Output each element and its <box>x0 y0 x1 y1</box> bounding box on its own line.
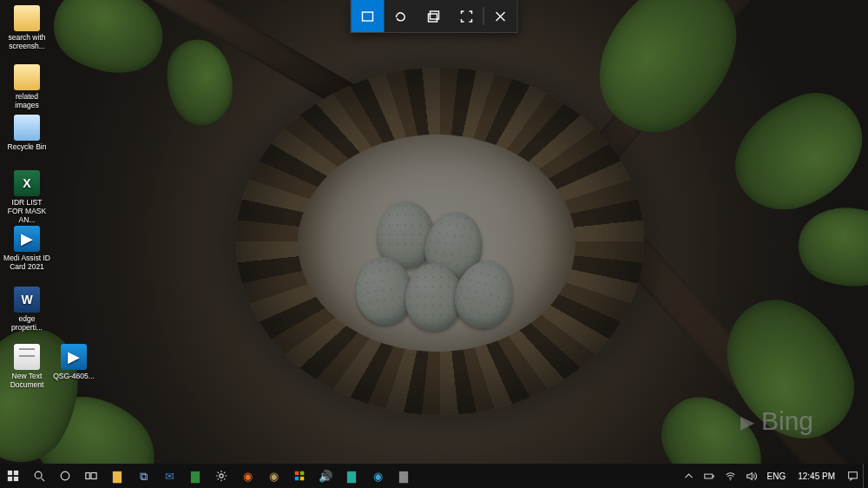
wifi-icon <box>725 471 736 482</box>
chevron-up-icon <box>683 471 694 482</box>
svg-rect-17 <box>713 475 714 477</box>
desktop[interactable]: search with screensh... related images R… <box>0 0 868 464</box>
language-indicator[interactable]: ENG <box>762 472 792 481</box>
desktop-icon-qsg-4605[interactable]: ▶ QSG-4605... <box>50 344 97 381</box>
task-view-icon <box>85 470 97 482</box>
window-snip-button[interactable] <box>418 0 450 32</box>
recycle-bin-icon <box>14 115 40 141</box>
volume-mixer-button[interactable]: 🔊 <box>312 464 339 488</box>
folder-icon <box>14 64 40 90</box>
desktop-icon-label: edge properti... <box>3 315 50 333</box>
svg-point-7 <box>35 472 42 478</box>
store-icon: ⧉ <box>140 471 148 482</box>
svg-rect-14 <box>295 477 299 480</box>
svg-point-8 <box>61 472 69 480</box>
task-view-button[interactable] <box>78 464 104 488</box>
chrome-icon: ◉ <box>269 471 279 482</box>
rectangular-snip-button[interactable] <box>352 0 385 32</box>
svg-rect-9 <box>86 473 89 479</box>
edge-button[interactable]: ◉ <box>365 464 391 488</box>
wifi-button[interactable] <box>720 464 741 488</box>
desktop-icon-recycle-bin[interactable]: Recycle Bin <box>3 115 50 152</box>
tray-chevron-up-button[interactable] <box>679 464 700 488</box>
microsoft-store-button[interactable]: ⧉ <box>130 464 156 488</box>
svg-rect-0 <box>363 12 373 21</box>
app-green-button[interactable]: ▇ <box>182 464 208 488</box>
mail-icon: ✉ <box>165 471 174 482</box>
freeform-snip-icon <box>394 10 408 23</box>
word-icon: W <box>14 287 40 313</box>
svg-rect-10 <box>91 473 96 479</box>
file-explorer-button[interactable]: ▇ <box>104 464 130 488</box>
fullscreen-snip-icon <box>460 10 474 23</box>
mail-app-button[interactable]: ✉ <box>156 464 182 488</box>
cortana-button[interactable] <box>52 464 78 488</box>
app-icon: ▇ <box>191 471 200 482</box>
desktop-icon-label: New Text Document <box>3 373 50 390</box>
windows-logo-icon <box>7 470 19 482</box>
app-icon: ▇ <box>399 471 408 482</box>
svg-rect-15 <box>300 477 304 480</box>
search-icon <box>33 470 45 482</box>
action-center-icon <box>847 471 858 482</box>
app-teal-button[interactable]: ▇ <box>339 464 365 488</box>
battery-icon <box>704 471 715 482</box>
desktop-icon-label: QSG-4605... <box>53 373 95 381</box>
chrome-button[interactable]: ◉ <box>260 464 286 488</box>
media-icon: ▶ <box>14 226 40 252</box>
cortana-icon <box>59 470 71 482</box>
folder-icon: ▇ <box>113 471 122 482</box>
volume-button[interactable] <box>741 464 762 488</box>
taskbar: ▇ ⧉ ✉ ▇ ◉ ◉ 🔊 ▇ ◉ ▇ ENG 12:45 PM <box>0 464 868 488</box>
gear-icon <box>215 470 227 482</box>
desktop-icon-new-text-document[interactable]: New Text Document <box>3 344 50 390</box>
clock[interactable]: 12:45 PM <box>791 472 842 481</box>
window-snip-icon <box>427 10 441 23</box>
desktop-icon-label: related images <box>3 93 50 110</box>
app-icon: ▇ <box>347 471 356 482</box>
svg-rect-13 <box>300 472 304 475</box>
desktop-icon-search-with-screenshot[interactable]: search with screensh... <box>3 5 50 51</box>
svg-rect-6 <box>14 477 18 481</box>
battery-button[interactable] <box>700 464 720 488</box>
text-document-icon <box>14 344 40 370</box>
edge-icon: ◉ <box>373 471 383 482</box>
svg-rect-19 <box>848 472 857 478</box>
folder-icon <box>14 5 40 31</box>
desktop-icon-label: Medi Assist ID Card 2021 <box>3 254 50 272</box>
microsoft-icon <box>293 470 306 482</box>
firefox-icon: ◉ <box>243 471 253 482</box>
search-button[interactable] <box>26 464 52 488</box>
microsoft-app-button[interactable] <box>286 464 312 488</box>
svg-point-18 <box>730 478 731 479</box>
svg-rect-12 <box>295 472 299 475</box>
volume-icon <box>746 471 757 482</box>
taskbar-right: ENG 12:45 PM <box>679 464 868 488</box>
desktop-icon-label: IDR LIST FOR MASK AN... <box>3 199 50 224</box>
svg-rect-5 <box>8 477 12 481</box>
action-center-button[interactable] <box>842 464 863 488</box>
firefox-button[interactable]: ◉ <box>234 464 260 488</box>
svg-rect-16 <box>705 474 713 478</box>
svg-rect-3 <box>8 471 12 475</box>
svg-point-11 <box>220 474 223 478</box>
close-icon <box>494 10 508 23</box>
close-snip-button[interactable] <box>484 0 517 32</box>
freeform-snip-button[interactable] <box>385 0 418 32</box>
desktop-icon-idr-list-excel[interactable]: X IDR LIST FOR MASK AN... <box>3 170 50 224</box>
taskbar-left: ▇ ⧉ ✉ ▇ ◉ ◉ 🔊 ▇ ◉ ▇ <box>0 464 417 488</box>
media-icon: ▶ <box>61 344 87 370</box>
rectangular-snip-icon <box>361 10 375 23</box>
fullscreen-snip-button[interactable] <box>450 0 483 32</box>
snip-toolbar <box>351 0 518 33</box>
desktop-icon-edge-properties[interactable]: W edge properti... <box>3 287 50 333</box>
svg-rect-4 <box>14 471 18 475</box>
desktop-icon-label: Recycle Bin <box>8 143 47 152</box>
start-button[interactable] <box>0 464 26 488</box>
settings-button[interactable] <box>208 464 234 488</box>
show-desktop-button[interactable] <box>863 464 868 488</box>
desktop-icon-medi-assist[interactable]: ▶ Medi Assist ID Card 2021 <box>3 226 50 272</box>
speaker-icon: 🔊 <box>319 471 332 482</box>
app-generic-button[interactable]: ▇ <box>391 464 417 488</box>
desktop-icon-related-images[interactable]: related images <box>3 64 50 110</box>
